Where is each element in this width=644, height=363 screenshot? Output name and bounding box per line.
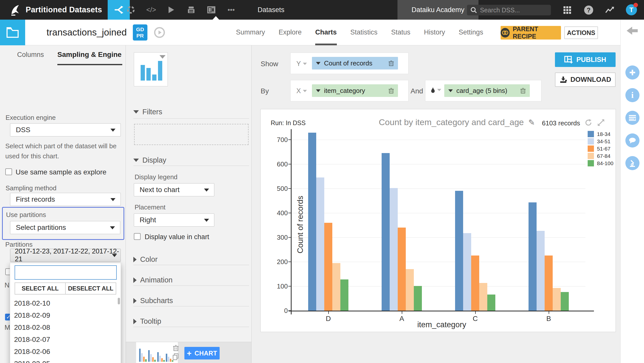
x-slot-letter[interactable]: X <box>296 87 307 95</box>
bar-A-67-84[interactable] <box>406 269 414 311</box>
bar-A-51-67[interactable] <box>398 228 406 311</box>
tab-summary[interactable]: Summary <box>236 20 265 45</box>
color-section-header[interactable]: Color <box>133 255 157 264</box>
deselect-all-button[interactable]: DESELECT ALL <box>66 283 116 294</box>
partition-option[interactable]: 2018-02-05 <box>10 358 121 363</box>
tooltip-section-header[interactable]: Tooltip <box>133 317 161 325</box>
project-title[interactable]: Partitioned Datasets <box>26 0 102 20</box>
bar-B-51-67[interactable] <box>545 256 553 311</box>
partitions-dropdown-button[interactable]: 2017-12-23, 2017-12-22, 2017-12-21 <box>10 249 121 262</box>
partition-option[interactable]: 2018-02-08 <box>10 321 121 334</box>
user-avatar[interactable]: T <box>626 4 637 15</box>
run-icon[interactable] <box>164 0 178 20</box>
dataiku-logo-icon[interactable] <box>9 3 22 17</box>
legend-item[interactable]: 34-51 <box>588 138 613 145</box>
legend-item[interactable]: 67-84 <box>588 152 613 160</box>
tab-settings[interactable]: Settings <box>459 20 483 45</box>
display-legend-select[interactable]: Next to chart <box>134 183 214 196</box>
duplicate-chart-icon[interactable] <box>172 353 179 360</box>
legend-item[interactable]: 84-100 <box>588 160 613 167</box>
parent-recipe-button[interactable]: PARENT RECIPE <box>501 26 561 40</box>
bar-C-34-51[interactable] <box>463 233 471 311</box>
code-icon[interactable]: </> <box>144 0 158 20</box>
filters-section-header[interactable]: Filters <box>133 108 162 116</box>
current-page-label[interactable]: Datasets <box>258 0 285 20</box>
select-all-button[interactable]: SELECT ALL <box>15 283 66 294</box>
y-slot-letter[interactable]: Y <box>296 60 307 68</box>
bar-B-84-100[interactable] <box>561 292 569 311</box>
jobs-icon[interactable] <box>184 0 198 20</box>
partition-filter-input[interactable] <box>15 265 117 280</box>
actions-button[interactable]: ACTIONS <box>564 26 598 39</box>
bar-B-18-34[interactable] <box>529 202 537 311</box>
placement-select[interactable]: Right <box>134 213 214 227</box>
download-button[interactable]: DOWNLOAD <box>555 72 616 87</box>
lab-icon[interactable] <box>124 0 138 20</box>
apps-grid-icon[interactable] <box>564 6 571 14</box>
tab-status[interactable]: Status <box>391 20 411 45</box>
bar-D-34-51[interactable] <box>316 177 324 311</box>
bar-C-18-34[interactable] <box>455 191 463 311</box>
display-value-checkbox[interactable] <box>134 233 141 240</box>
tab-charts[interactable]: Charts <box>315 20 337 45</box>
trend-icon[interactable] <box>605 6 614 15</box>
and-dimension-pill[interactable]: card_age (5 bins) <box>444 84 530 97</box>
bar-B-34-51[interactable] <box>537 231 545 311</box>
add-chart-button[interactable]: + CHART <box>184 347 220 359</box>
and-slot-letter[interactable] <box>431 87 441 93</box>
bar-D-18-34[interactable] <box>308 133 316 311</box>
search-input[interactable]: Search DSS... <box>467 5 551 15</box>
bar-A-18-34[interactable] <box>382 153 390 311</box>
use-same-sample-checkbox[interactable] <box>5 168 12 175</box>
legend-item[interactable]: 51-67 <box>588 145 613 152</box>
navigate-icon[interactable] <box>153 26 166 39</box>
subcharts-section-header[interactable]: Subcharts <box>133 297 173 305</box>
collapse-panel-icon[interactable] <box>626 25 639 37</box>
tab-history[interactable]: History <box>424 20 445 45</box>
trash-icon[interactable] <box>388 87 394 94</box>
measure-pill[interactable]: Count of records <box>312 57 398 69</box>
instance-name[interactable]: Dataiku Academy <box>397 0 478 20</box>
trash-icon[interactable] <box>388 60 394 66</box>
bar-C-84-100[interactable] <box>487 295 495 311</box>
bar-D-51-67[interactable] <box>324 223 332 311</box>
chart-thumbnail[interactable] <box>136 342 178 363</box>
use-partitions-select[interactable]: Select partitions <box>10 221 120 234</box>
dropdown-scrollbar[interactable] <box>118 298 120 304</box>
partition-option[interactable]: 2018-02-07 <box>10 334 121 346</box>
partition-option[interactable]: 2018-02-10 <box>10 297 121 309</box>
discussions-icon[interactable] <box>625 133 639 148</box>
legend-item[interactable]: 18-34 <box>588 130 613 138</box>
dataset-folder-icon[interactable] <box>0 20 25 45</box>
bar-A-34-51[interactable] <box>390 188 398 311</box>
more-icon[interactable]: ••• <box>224 0 238 20</box>
publish-button[interactable]: PUBLISH <box>555 52 616 67</box>
trash-icon[interactable] <box>520 87 526 94</box>
x-dimension-pill[interactable]: item_category <box>312 84 398 97</box>
bar-A-84-100[interactable] <box>414 286 422 311</box>
left-tab-sampling-engine[interactable]: Sampling & Engine <box>57 45 122 64</box>
execution-engine-select[interactable]: DSS <box>10 123 121 136</box>
gdpr-badge[interactable]: GD PR <box>133 24 147 41</box>
bar-D-84-100[interactable] <box>340 279 348 311</box>
display-section-header[interactable]: Display <box>133 156 166 164</box>
bar-C-67-84[interactable] <box>479 283 487 311</box>
tab-statistics[interactable]: Statistics <box>350 20 378 45</box>
details-icon[interactable] <box>625 111 639 125</box>
bar-C-51-67[interactable] <box>471 256 479 311</box>
bar-B-67-84[interactable] <box>553 288 561 311</box>
filters-drop-zone[interactable] <box>134 124 249 145</box>
help-icon[interactable]: ? <box>584 6 593 15</box>
add-icon[interactable] <box>625 65 639 80</box>
sampling-method-select[interactable]: First records <box>10 193 121 206</box>
info-icon[interactable]: i <box>625 88 639 102</box>
tab-explore[interactable]: Explore <box>279 20 302 45</box>
chart-type-picker[interactable] <box>134 52 168 86</box>
lab-analysis-icon[interactable] <box>625 156 639 170</box>
left-tab-columns[interactable]: Columns <box>17 45 44 64</box>
animation-section-header[interactable]: Animation <box>133 276 173 284</box>
bar-D-67-84[interactable] <box>332 263 340 311</box>
partition-option[interactable]: 2018-02-06 <box>10 346 121 358</box>
delete-chart-icon[interactable] <box>173 345 179 351</box>
partition-option[interactable]: 2018-02-09 <box>10 309 121 321</box>
